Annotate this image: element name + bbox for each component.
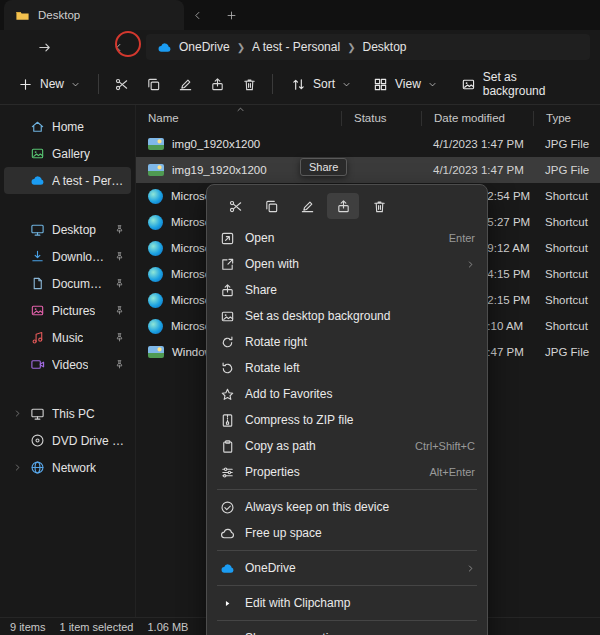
sidebar-item-pictures[interactable]: Pictures xyxy=(4,297,131,324)
context-menu-item-compress-to-zip[interactable]: Compress to ZIP file xyxy=(211,407,483,433)
address-bar[interactable]: OneDrive ❯ A test - Personal ❯ Desktop xyxy=(146,34,590,60)
shortcut-hint: Enter xyxy=(449,232,475,244)
file-type: Shortcut xyxy=(533,190,600,202)
document-icon xyxy=(29,276,45,291)
file-date: 4/1/2023 1:47 PM xyxy=(421,138,533,150)
table-row[interactable]: img0_1920x1200 4/1/2023 1:47 PM JPG File xyxy=(136,131,600,157)
file-type: JPG File xyxy=(533,164,600,176)
context-menu-item-rotate-right[interactable]: Rotate right xyxy=(211,329,483,355)
home-icon xyxy=(29,119,45,134)
new-button[interactable]: New xyxy=(8,69,90,99)
sidebar-item-documents[interactable]: Documents xyxy=(4,270,131,297)
toolbar-divider xyxy=(272,74,273,94)
scissors-icon xyxy=(228,199,243,214)
edge-shortcut-icon xyxy=(148,319,163,334)
sidebar-item-onedrive-personal[interactable]: A test - Personal xyxy=(4,167,131,194)
edge-shortcut-icon xyxy=(148,189,163,204)
context-menu-item-copy-as-path[interactable]: Copy as path Ctrl+Shift+C xyxy=(211,433,483,459)
forward-button[interactable] xyxy=(30,33,58,61)
sidebar-item-music[interactable]: Music xyxy=(4,324,131,351)
sort-ascending-icon xyxy=(236,105,245,114)
sidebar-item-this-pc[interactable]: This PC xyxy=(4,400,131,427)
video-icon xyxy=(29,357,45,372)
sidebar-item-label: This PC xyxy=(52,407,95,421)
context-menu-item-always-keep-on-device[interactable]: Always keep on this device xyxy=(211,494,483,520)
context-menu-item-properties[interactable]: Properties Alt+Enter xyxy=(211,459,483,485)
tab-scroll-left-button[interactable] xyxy=(184,3,210,27)
download-icon xyxy=(29,249,45,264)
table-row-selected[interactable]: img19_1920x1200 4/1/2023 1:47 PM JPG Fil… xyxy=(136,157,600,183)
chevron-right-icon: ❯ xyxy=(347,42,355,53)
rename-icon xyxy=(178,77,193,92)
context-menu-item-set-as-desktop-background[interactable]: Set as desktop background xyxy=(211,303,483,329)
disc-icon xyxy=(29,433,45,448)
explorer-tab[interactable]: Desktop xyxy=(4,0,184,30)
share-icon xyxy=(219,283,235,298)
file-type: Shortcut xyxy=(533,216,600,228)
new-button-label: New xyxy=(40,77,64,91)
navigation-pane: Home Gallery A test - Personal Desktop xyxy=(0,105,136,617)
recent-locations-button[interactable] xyxy=(104,33,132,61)
copy-button[interactable] xyxy=(255,193,287,219)
cut-button[interactable] xyxy=(107,69,137,99)
sidebar-item-label: Videos xyxy=(52,358,88,372)
context-menu-item-show-more-options[interactable]: Show more options xyxy=(211,625,483,635)
chevron-right-icon[interactable] xyxy=(12,409,22,418)
share-button[interactable] xyxy=(327,193,359,219)
sidebar-item-home[interactable]: Home xyxy=(4,113,131,140)
sidebar-item-dvd-drive[interactable]: DVD Drive (D:) CCC xyxy=(4,427,131,454)
context-menu-item-share[interactable]: Share xyxy=(211,277,483,303)
context-menu-item-rotate-left[interactable]: Rotate left xyxy=(211,355,483,381)
share-button[interactable] xyxy=(202,69,232,99)
onedrive-cloud-icon xyxy=(29,173,45,188)
sort-button-label: Sort xyxy=(313,77,335,91)
context-menu-item-free-up-space[interactable]: Free up space xyxy=(211,520,483,546)
tab-title: Desktop xyxy=(38,9,80,21)
tab-bar: Desktop xyxy=(0,0,600,30)
copy-button[interactable] xyxy=(139,69,169,99)
monitor-icon xyxy=(29,406,45,421)
rename-button[interactable] xyxy=(171,69,201,99)
delete-button[interactable] xyxy=(363,193,395,219)
new-tab-button[interactable] xyxy=(218,3,244,27)
sidebar-item-videos[interactable]: Videos xyxy=(4,351,131,378)
command-bar: New Sort View Set as background xyxy=(0,64,600,105)
picture-icon xyxy=(219,309,235,324)
sidebar-item-desktop[interactable]: Desktop xyxy=(4,216,131,243)
sidebar-item-label: Documents xyxy=(52,277,107,291)
set-as-background-label: Set as background xyxy=(483,70,582,98)
file-type: Shortcut xyxy=(533,320,600,332)
rotate-right-icon xyxy=(219,335,235,350)
sidebar-item-gallery[interactable]: Gallery xyxy=(4,140,131,167)
image-thumbnail-icon xyxy=(148,164,164,176)
sidebar-item-network[interactable]: Network xyxy=(4,454,131,481)
sort-button[interactable]: Sort xyxy=(281,69,361,99)
grid-view-icon xyxy=(373,77,388,92)
context-menu-item-open-with[interactable]: Open with xyxy=(211,251,483,277)
copy-icon xyxy=(146,77,161,92)
edge-shortcut-icon xyxy=(148,215,163,230)
column-header-date-modified[interactable]: Date modified xyxy=(421,111,533,126)
view-button[interactable]: View xyxy=(363,69,447,99)
chevron-down-icon xyxy=(342,80,351,89)
column-header-type[interactable]: Type xyxy=(533,111,600,126)
breadcrumb-root[interactable]: OneDrive xyxy=(179,40,230,54)
edge-shortcut-icon xyxy=(148,241,163,256)
context-menu-item-edit-with-clipchamp[interactable]: Edit with Clipchamp xyxy=(211,590,483,616)
music-icon xyxy=(29,330,45,345)
set-as-background-button[interactable]: Set as background xyxy=(451,69,592,99)
cut-button[interactable] xyxy=(219,193,251,219)
sidebar-item-downloads[interactable]: Downloads xyxy=(4,243,131,270)
breadcrumb-middle[interactable]: A test - Personal xyxy=(252,40,340,54)
share-icon xyxy=(336,199,351,214)
context-menu-item-open[interactable]: Open Enter xyxy=(211,225,483,251)
chevron-right-icon[interactable] xyxy=(12,463,22,472)
context-menu-item-add-to-favorites[interactable]: Add to Favorites xyxy=(211,381,483,407)
delete-button[interactable] xyxy=(234,69,264,99)
column-header-status[interactable]: Status xyxy=(341,111,421,126)
rename-button[interactable] xyxy=(291,193,323,219)
breadcrumb-leaf[interactable]: Desktop xyxy=(363,40,407,54)
context-menu-item-onedrive[interactable]: OneDrive xyxy=(211,555,483,581)
context-menu-icon-bar xyxy=(211,189,483,225)
item-count: 9 items xyxy=(10,621,45,633)
